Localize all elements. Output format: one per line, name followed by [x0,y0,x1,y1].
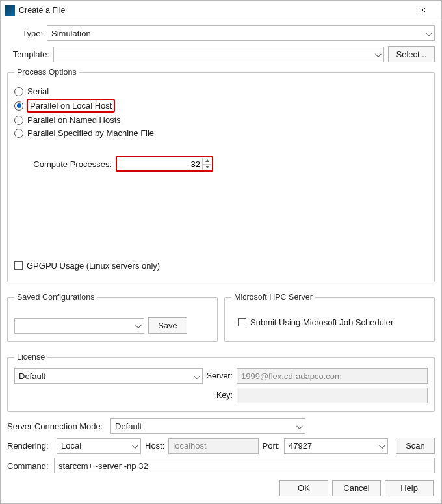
process-options-legend: Process Options [14,68,79,77]
type-value: Simulation [51,29,91,38]
chevron-down-icon [132,441,136,451]
license-group: License Default Server: 1999@flex.cd-ada… [7,352,435,412]
license-server-label: Server: [203,371,237,380]
spin-up-icon[interactable] [202,158,211,165]
titlebar: Create a File [1,1,441,20]
scm-combo[interactable]: Default [110,418,306,434]
radio-parallel-local-label: Parallel on Local Host [27,99,114,112]
help-button[interactable]: Help [385,480,434,496]
radio-parallel-named[interactable]: Parallel on Named Hosts [14,115,428,125]
cancel-button[interactable]: Cancel [332,480,381,496]
scm-label: Server Connection Mode: [7,421,108,431]
port-label: Port: [263,441,280,451]
chevron-down-icon [375,49,380,59]
spin-down-icon[interactable] [202,165,211,170]
app-icon [5,5,15,16]
radio-icon [14,116,23,125]
save-button[interactable]: Save [148,317,187,334]
dialog-footer: OK Cancel Help [7,480,435,496]
template-combo[interactable] [53,47,384,62]
compute-processes-spinner[interactable] [116,156,213,172]
radio-icon [14,101,23,111]
radio-parallel-local[interactable]: Parallel on Local Host [14,99,428,112]
type-combo[interactable]: Simulation [47,25,435,41]
radio-parallel-file[interactable]: Parallel Specified by Machine File [14,128,428,138]
saved-config-group: Saved Configurations Save [7,293,218,342]
license-key-label: Key: [203,391,237,400]
checkbox-icon [14,261,23,270]
chevron-down-icon [135,321,140,330]
window-title: Create a File [19,6,66,15]
gpgpu-checkbox[interactable]: GPGPU Usage (Linux servers only) [14,261,160,271]
license-key-field [237,388,428,403]
rendering-label: Rendering: [7,441,53,451]
saved-config-combo[interactable] [14,318,144,334]
host-label: Host: [145,441,164,451]
command-label: Command: [7,461,54,471]
command-field[interactable]: starccm+ -server -np 32 [54,458,435,473]
type-label: Type: [7,29,43,38]
template-label: Template: [7,49,49,59]
saved-config-legend: Saved Configurations [14,293,98,302]
chevron-down-icon [194,371,198,381]
radio-serial[interactable]: Serial [14,86,428,96]
chevron-down-icon [426,29,430,38]
license-combo[interactable]: Default [14,368,203,384]
port-combo[interactable]: 47927 [284,438,388,454]
chevron-down-icon [296,421,301,431]
radio-icon [14,129,23,138]
process-options-group: Process Options Serial Parallel on Local… [7,68,435,282]
hpc-submit-checkbox[interactable]: Submit Using Microsoft Job Scheduler [238,317,428,327]
license-server-field: 1999@flex.cd-adapco.com [237,368,428,384]
hpc-legend: Microsoft HPC Server [231,293,315,302]
ok-button[interactable]: OK [280,480,328,496]
select-button[interactable]: Select... [388,46,435,62]
compute-label: Compute Processes: [14,159,112,169]
spin-buttons[interactable] [202,158,211,170]
scan-button[interactable]: Scan [396,438,435,454]
radio-icon [14,87,23,96]
rendering-combo[interactable]: Local [57,438,141,454]
hpc-group: Microsoft HPC Server Submit Using Micros… [224,293,435,342]
host-field: localhost [168,438,258,454]
license-legend: License [14,352,47,362]
chevron-down-icon [379,441,384,451]
close-icon[interactable] [410,1,436,20]
checkbox-icon [238,318,246,326]
compute-processes-input[interactable] [117,159,212,169]
